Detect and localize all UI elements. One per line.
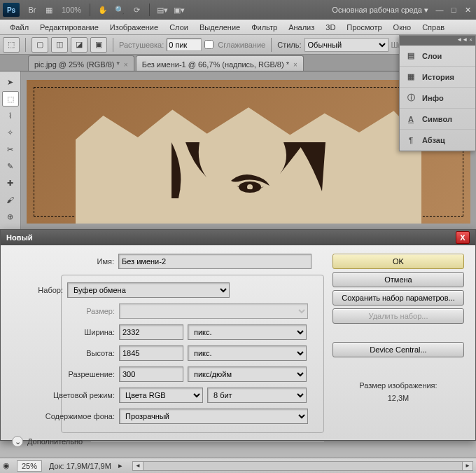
color-mode-label: Цветовой режим: [13,391,115,399]
image-size-value: 12,3M [332,392,464,405]
arrange-docs-icon[interactable]: ▤▾ [155,3,170,17]
height-input[interactable] [119,345,183,361]
info-icon: ⓘ [405,92,416,104]
tools-panel: ➤ ⬚ ⌇ ✧ ✂ ✎ ✚ 🖌 ⊕ [0,71,21,229]
menu-layers[interactable]: Слои [164,22,194,33]
name-input[interactable] [118,254,312,269]
menu-3d[interactable]: 3D [320,22,341,33]
menu-filter[interactable]: Фильтр [246,22,283,33]
resolution-label: Разрешение: [13,370,115,378]
ok-button[interactable]: OK [332,254,464,269]
menu-image[interactable]: Изображение [104,22,164,33]
delete-preset-button: Удалить набор... [332,308,464,324]
document-tab[interactable]: pic.jpg @ 25% (RGB/8) *× [28,55,134,71]
character-icon: A [405,114,416,125]
menu-file[interactable]: Файл [4,22,34,33]
color-mode-select[interactable]: Цвета RGB [119,388,203,403]
size-label: Размер: [13,307,115,315]
background-select[interactable]: Прозрачный [119,409,308,424]
wand-tool[interactable]: ✧ [2,125,19,140]
antialias-checkbox[interactable] [204,40,214,49]
menu-view[interactable]: Просмотр [341,22,387,33]
zoom-tool-icon[interactable]: 🔍 [112,3,127,17]
heal-tool[interactable]: ✚ [2,175,19,191]
dock-header[interactable]: ◄◄ × [400,36,475,46]
dialog-title-text: Новый [6,233,33,242]
resolution-input[interactable] [119,366,183,382]
menu-window[interactable]: Окно [388,22,417,33]
height-unit-select[interactable]: пикс. [188,345,307,361]
dialog-titlebar[interactable]: Новый X [1,230,475,245]
menu-select[interactable]: Выделение [194,22,246,33]
style-select[interactable]: Обычный [304,38,388,52]
horizontal-scrollbar[interactable] [132,461,473,471]
screen-mode-icon[interactable]: ▦ [41,3,57,17]
hand-tool-icon[interactable]: ✋ [95,3,111,17]
close-icon[interactable]: × [124,61,128,69]
advanced-toggle-icon[interactable]: ⌄ [12,436,23,447]
panel-history[interactable]: ▦ История [400,67,475,88]
status-doc-info[interactable]: Док: 17,9M/17,9M [49,462,111,470]
sel-intersect-icon[interactable]: ▣ [90,37,107,53]
bit-depth-select[interactable]: 8 бит [207,388,307,403]
size-select [119,303,308,319]
feather-input[interactable] [167,39,202,51]
close-icon[interactable]: × [293,61,298,69]
crop-tool[interactable]: ✂ [2,142,19,157]
minimize-button[interactable]: — [434,5,445,15]
app-zoom-level[interactable]: 100% [62,6,81,14]
device-central-button[interactable]: Device Central... [332,342,464,357]
document-tab[interactable]: Без имени-1 @ 66,7% (надпись, RGB/8) *× [136,55,304,71]
sel-new-icon[interactable]: ▢ [31,37,48,53]
tool-preset-icon[interactable]: ⬚ [3,37,20,53]
stamp-tool[interactable]: ⊕ [2,209,19,224]
new-document-dialog: Новый X Имя: Набор: Буфер обмена Размер:… [0,229,476,441]
width-unit-select[interactable]: пикс. [188,324,307,340]
maximize-button[interactable]: □ [448,5,459,15]
cancel-button[interactable]: Отмена [332,272,464,287]
workspace-switcher[interactable]: Основная рабочая среда ▾ [332,6,428,15]
preset-label: Набор: [13,286,63,294]
dialog-close-button[interactable]: X [456,231,470,244]
antialias-label: Сглаживание [218,41,265,49]
marquee-tool[interactable]: ⬚ [2,91,19,107]
resolution-unit-select[interactable]: пикс/дюйм [188,366,307,382]
name-label: Имя: [12,257,114,266]
panel-dock: ◄◄ × ▤ Слои ▦ История ⓘ Инфо A Символ ¶ … [399,35,476,151]
panel-layers[interactable]: ▤ Слои [400,46,475,67]
close-button[interactable]: ✕ [462,5,473,15]
panel-character[interactable]: A Символ [400,109,475,130]
bridge-icon[interactable]: Br [24,3,40,17]
menu-help[interactable]: Справ [416,22,450,33]
menu-analysis[interactable]: Анализ [283,22,320,33]
brush-tool[interactable]: 🖌 [2,192,19,207]
width-label: Ширина: [13,328,115,336]
save-preset-button[interactable]: Сохранить набор параметров... [332,290,464,306]
lasso-tool[interactable]: ⌇ [2,108,19,123]
status-bar: ◉ 25% Док: 17,9M/17,9M ▸ [0,458,476,473]
screen-layout-icon[interactable]: ▣▾ [172,3,187,17]
advanced-label[interactable]: Дополнительно [27,437,83,446]
status-camera-icon[interactable]: ◉ [3,461,10,470]
menu-edit[interactable]: Редактирование [34,22,104,33]
move-tool[interactable]: ➤ [2,74,19,90]
rotate-view-icon[interactable]: ⟳ [129,3,144,17]
menu-bar: Файл Редактирование Изображение Слои Выд… [0,20,476,35]
status-zoom[interactable]: 25% [17,460,42,472]
height-label: Высота: [13,349,115,357]
image-size-label: Размер изображения: [332,380,464,392]
panel-paragraph[interactable]: ¶ Абзац [400,130,475,151]
history-icon: ▦ [405,71,416,83]
paragraph-icon: ¶ [405,135,416,146]
panel-info[interactable]: ⓘ Инфо [400,88,475,109]
canvas-art-face [172,142,326,226]
eyedropper-tool[interactable]: ✎ [2,158,19,174]
feather-label: Растушевка: [119,41,164,49]
background-label: Содержимое фона: [13,412,115,420]
app-logo: Ps [3,3,20,17]
sel-add-icon[interactable]: ◫ [51,37,68,53]
width-input[interactable] [119,324,183,340]
preset-select[interactable]: Буфер обмена [67,282,230,298]
sel-subtract-icon[interactable]: ◪ [71,37,88,53]
status-menu-icon[interactable]: ▸ [118,461,122,470]
